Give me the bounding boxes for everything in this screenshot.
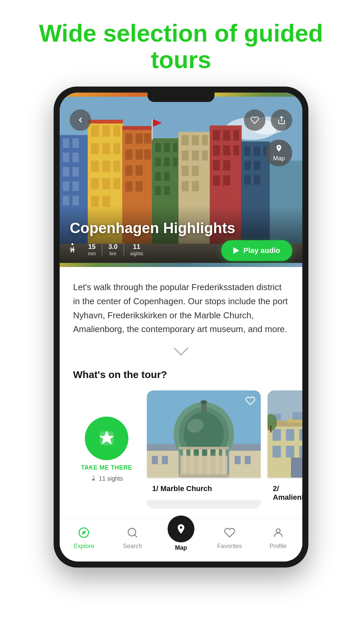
svg-rect-80	[244, 161, 251, 170]
svg-rect-12	[72, 181, 79, 191]
profile-label: Profile	[269, 543, 287, 550]
nav-item-search[interactable]: Search	[108, 527, 157, 550]
tour-stops-row: TAKE ME THERE 11 sights	[60, 390, 302, 519]
play-icon	[233, 247, 239, 254]
svg-rect-38	[136, 166, 143, 176]
svg-rect-51	[164, 172, 170, 181]
svg-rect-19	[91, 143, 99, 154]
svg-rect-122	[273, 446, 281, 458]
svg-rect-86	[152, 119, 153, 140]
svg-rect-129	[293, 412, 302, 420]
back-button[interactable]	[70, 109, 91, 131]
favorite-button[interactable]	[244, 109, 265, 131]
svg-rect-52	[155, 186, 161, 195]
svg-point-136	[276, 529, 280, 533]
svg-rect-75	[223, 175, 230, 185]
svg-rect-73	[223, 160, 230, 170]
map-button-label: Map	[273, 155, 285, 162]
share-button[interactable]	[271, 109, 292, 131]
svg-rect-70	[223, 145, 230, 155]
svg-rect-77	[244, 146, 251, 156]
svg-rect-42	[122, 126, 153, 130]
svg-rect-82	[244, 175, 251, 185]
play-audio-label: Play audio	[243, 246, 280, 255]
svg-rect-22	[91, 161, 99, 172]
svg-rect-27	[113, 178, 120, 190]
svg-rect-10	[72, 167, 79, 177]
explore-label: Explore	[74, 543, 94, 550]
svg-rect-46	[173, 143, 177, 152]
stat-sights: 11 sights	[124, 243, 149, 256]
svg-rect-107	[176, 474, 232, 478]
svg-rect-83	[254, 175, 260, 185]
svg-rect-20	[102, 143, 110, 154]
svg-rect-61	[182, 166, 189, 176]
svg-point-89	[71, 243, 73, 245]
svg-rect-18	[113, 125, 120, 137]
svg-rect-21	[113, 143, 120, 154]
svg-rect-72	[213, 160, 220, 170]
svg-rect-28	[91, 196, 99, 207]
action-buttons	[244, 109, 292, 131]
svg-rect-47	[155, 158, 161, 167]
stat-distance: 3.0 km	[102, 243, 124, 256]
svg-rect-14	[72, 196, 79, 206]
stop-card-2[interactable]: 2/ Amalienbo...	[267, 390, 302, 508]
svg-rect-63	[182, 181, 189, 191]
svg-rect-40	[136, 181, 143, 192]
svg-rect-37	[125, 166, 132, 176]
svg-rect-8	[72, 153, 79, 162]
svg-rect-105	[216, 447, 219, 478]
svg-rect-36	[144, 150, 151, 160]
svg-rect-34	[125, 150, 132, 160]
svg-rect-25	[91, 178, 99, 190]
svg-rect-74	[213, 175, 220, 185]
take-me-there-card[interactable]: TAKE ME THERE 11 sights	[73, 390, 140, 508]
nav-item-map[interactable]: Map	[157, 526, 205, 551]
svg-rect-120	[299, 429, 302, 441]
svg-rect-29	[102, 196, 110, 207]
bottom-nav: Explore Search Map	[60, 519, 302, 561]
take-me-sights: 11 sights	[90, 475, 123, 482]
svg-rect-50	[155, 172, 161, 181]
svg-rect-103	[199, 447, 202, 478]
svg-rect-60	[202, 151, 208, 161]
stop-1-label: 1/ Marble Church	[147, 479, 261, 500]
walk-icon	[66, 242, 78, 257]
svg-marker-134	[82, 531, 86, 535]
svg-rect-13	[63, 196, 69, 206]
svg-rect-78	[254, 146, 260, 156]
svg-rect-118	[273, 429, 281, 441]
phone-frame: Map Copenhagen Highlights 15	[54, 87, 308, 567]
svg-rect-17	[102, 125, 110, 137]
svg-rect-59	[192, 151, 199, 161]
take-me-circle-icon	[85, 417, 128, 460]
stop-card-1[interactable]: 1/ Marble Church	[147, 390, 261, 508]
svg-rect-119	[286, 429, 294, 441]
svg-rect-126	[291, 458, 302, 478]
svg-rect-33	[144, 133, 151, 144]
hero-title: Wide selection of guided tours	[0, 0, 362, 87]
svg-rect-101	[183, 447, 186, 478]
chevron-down-icon[interactable]	[73, 346, 289, 359]
svg-rect-53	[164, 186, 170, 195]
marble-church-image	[147, 390, 261, 478]
stop-1-favorite-button[interactable]	[245, 396, 255, 408]
svg-rect-112	[162, 456, 168, 464]
svg-rect-69	[213, 145, 220, 155]
content-area: Let's walk through the popular Frederiks…	[60, 267, 302, 518]
nav-item-profile[interactable]: Profile	[254, 527, 302, 550]
play-audio-button[interactable]: Play audio	[221, 240, 292, 261]
nav-item-explore[interactable]: Explore	[60, 527, 108, 550]
svg-rect-111	[152, 456, 158, 464]
nav-item-favorites[interactable]: Favorites	[205, 527, 254, 550]
svg-point-99	[200, 400, 207, 404]
svg-rect-24	[113, 161, 120, 172]
map-nav-icon	[168, 516, 194, 542]
svg-rect-58	[182, 151, 189, 161]
map-button[interactable]: Map	[265, 140, 292, 166]
svg-rect-71	[233, 145, 239, 155]
svg-rect-16	[91, 125, 99, 137]
svg-point-91	[93, 476, 94, 477]
svg-rect-114	[245, 456, 251, 464]
